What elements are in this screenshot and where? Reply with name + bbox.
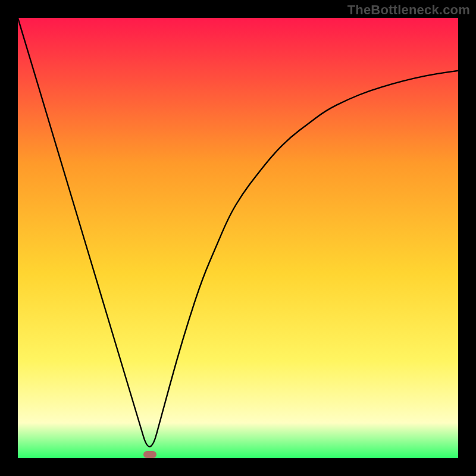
watermark-text: TheBottleneck.com bbox=[347, 2, 470, 18]
bottleneck-curve bbox=[18, 18, 458, 458]
plot-area bbox=[18, 18, 458, 458]
notch-marker bbox=[143, 451, 156, 458]
chart-frame: TheBottleneck.com bbox=[0, 0, 476, 476]
